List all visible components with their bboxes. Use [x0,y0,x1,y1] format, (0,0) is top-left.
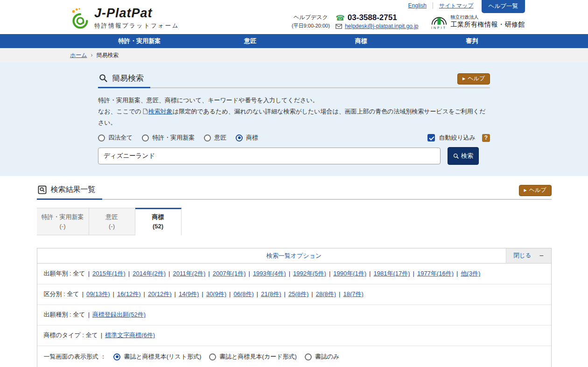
trademark-type-filter-link[interactable]: 標準文字商標(6件) [105,332,155,339]
search-results-section: 検索結果一覧 ▶ ヘルプ 特許・実用新案 (-) 意匠 (-) 商標 (52) [37,184,552,367]
page-title: 簡易検索 [112,73,144,84]
class-filter-link[interactable]: 28(8件) [316,290,336,297]
year-filter-link[interactable]: 2007年(1件) [213,270,246,277]
radio-icon [98,134,105,141]
top-links-divider [433,2,433,9]
close-options-control[interactable]: 閉じる − [506,248,551,263]
filter-row-application-year: 出願年別 : 全て|2015年(1件)|2014年(2件)|2011年(2件)|… [37,263,551,284]
radio-icon [305,353,312,360]
filter-row-classification: 区分別 : 全て|09(13件)|16(12件)|20(12件)|14(9件)|… [37,284,551,304]
year-filter-link[interactable]: 1977年(16件) [417,270,454,277]
display-format-radios: 書誌と商標見本(リスト形式) 書誌と商標見本(カード形式) 書誌のみ [113,352,339,362]
main-nav: 特許・実用新案 意匠 商標 審判 [0,34,588,48]
year-filter-link[interactable]: 1981年(17件) [373,270,410,277]
inpit-block: INPIT 独立行政法人 工業所有権情報・研修館 [431,14,525,29]
nav-item[interactable]: 特許・実用新案 [84,34,195,48]
triangle-icon: ▶ [524,188,527,192]
inpit-logo-icon [431,14,448,26]
display-format-radio[interactable]: 書誌と商標見本(カード形式) [209,352,297,362]
options-title: 検索一覧オプション [266,252,322,260]
class-filter-link[interactable]: 20(12件) [148,290,172,297]
breadcrumb-separator: › [91,48,93,63]
year-filter-link[interactable]: 1992年(5件) [293,270,326,277]
helpdesk-email-link[interactable]: helpdesk@j-platpat.inpit.go.jp [345,23,419,29]
inpit-org-type: 独立行政法人 [451,14,525,21]
results-help-button[interactable]: ▶ ヘルプ [519,185,552,196]
search-help-button[interactable]: ▶ ヘルプ [457,73,490,85]
class-filter-link[interactable]: 30(9件) [206,290,226,297]
class-filter-link[interactable]: 16(12件) [117,290,141,297]
simple-search-section: 簡易検索 ▶ ヘルプ 特許・実用新案、意匠、商標について、キーワードや番号を入力… [0,63,588,176]
filter-row-application-type: 出願種別 : 全て|商標登録出願(52件) [37,304,551,325]
display-format-radio[interactable]: 書誌と商標見本(リスト形式) [113,352,201,362]
law-type-radio[interactable]: 四法全て [98,134,133,142]
helpdesk-phone: ☎ 03-3588-2751 [336,13,419,22]
helpdesk-label: ヘルプデスク [292,14,330,21]
breadcrumb: ホーム › 簡易検索 [0,48,588,63]
law-type-radio[interactable]: 特許・実用新案 [142,134,195,142]
nav-item[interactable]: 意匠 [195,34,306,48]
radio-icon [113,353,120,360]
result-tab[interactable]: 特許・実用新案 (-) [37,208,89,235]
helpdesk-block: ヘルプデスク (平日9:00-20:00) ☎ 03-3588-2751 hel… [292,13,419,29]
result-tab[interactable]: 意匠 (-) [89,208,135,235]
year-filter-link[interactable]: 1990年(1件) [333,270,366,277]
results-list-icon [38,185,47,194]
phone-icon: ☎ [336,14,345,22]
search-list-options-panel: 検索一覧オプション 閉じる − 出願年別 : 全て|2015年(1件)|2014… [37,248,552,367]
display-format-row: 一覧画面の表示形式 ： 書誌と商標見本(リスト形式) 書誌と商標見本(カード形式… [37,346,551,367]
close-options-link[interactable]: 閉じる [513,252,531,260]
inpit-org-name: 工業所有権情報・研修館 [451,21,525,29]
auto-narrowing-checkbox[interactable]: 自動絞り込み [427,134,476,142]
radio-icon [209,353,216,360]
law-type-radios: 四法全て 特許・実用新案 意匠 商標 [98,134,258,142]
result-tab[interactable]: 商標 (52) [135,208,182,235]
english-link[interactable]: English [408,0,427,12]
year-filter-link[interactable]: 1993年(4件) [253,270,286,277]
application-type-filter-link[interactable]: 商標登録出願(52件) [92,311,146,318]
radio-icon [142,134,149,141]
inpit-logo-text: INPIT [431,26,448,29]
results-title: 検索結果一覧 [51,185,96,195]
search-description: 特許・実用新案、意匠、商標について、キーワードや番号を入力してください。 なお、… [98,95,490,128]
class-filter-link[interactable]: 06(8件) [233,290,253,297]
jplatpat-logo-icon [69,7,91,30]
breadcrumb-home-link[interactable]: ホーム [70,48,87,63]
checkbox-icon [427,134,435,141]
class-filter-link[interactable]: 21(8件) [261,290,281,297]
logo-title: J-PlatPat [94,7,179,20]
triangle-icon: ▶ [462,77,465,81]
display-format-radio[interactable]: 書誌のみ [305,352,340,362]
radio-icon [204,134,211,141]
top-utility-links: English サイトマップ ヘルプ一覧 [408,0,525,13]
year-filter-link[interactable]: 2011年(2件) [173,270,205,277]
breadcrumb-current: 簡易検索 [97,48,119,63]
year-filter-link[interactable]: 2015年(1件) [92,270,126,277]
radio-icon [236,134,243,141]
search-button[interactable]: 検索 [448,147,479,165]
class-filter-link[interactable]: 14(9件) [179,290,199,297]
jplatpat-logo[interactable]: J-PlatPat 特許情報プラットフォーム [69,7,179,30]
helpdesk-hours: (平日9:00-20:00) [292,22,330,29]
sitemap-link[interactable]: サイトマップ [439,0,474,12]
nav-item[interactable]: 商標 [306,34,417,48]
search-target-link[interactable]: 検索対象 [148,108,173,115]
year-filter-link[interactable]: 他(3件) [461,270,480,277]
law-type-radio[interactable]: 意匠 [204,134,226,142]
class-filter-link[interactable]: 25(8件) [288,290,308,297]
result-tabs: 特許・実用新案 (-) 意匠 (-) 商標 (52) [37,208,552,235]
document-icon [143,108,148,114]
keyword-search-input[interactable] [98,148,441,164]
search-button-icon [453,153,459,159]
law-type-radio[interactable]: 商標 [236,134,258,142]
site-header: J-PlatPat 特許情報プラットフォーム ヘルプデスク (平日9:00-20… [0,0,588,34]
class-filter-link[interactable]: 09(13件) [86,290,110,297]
class-filter-link[interactable]: 18(7件) [343,290,363,297]
help-list-button[interactable]: ヘルプ一覧 [482,0,525,13]
question-help-icon[interactable]: ? [482,134,490,142]
nav-item[interactable]: 審判 [417,34,528,48]
mail-icon [336,24,342,29]
year-filter-link[interactable]: 2014年(2件) [133,270,166,277]
logo-subtitle: 特許情報プラットフォーム [94,22,179,30]
collapse-minus-icon[interactable]: − [539,252,543,260]
